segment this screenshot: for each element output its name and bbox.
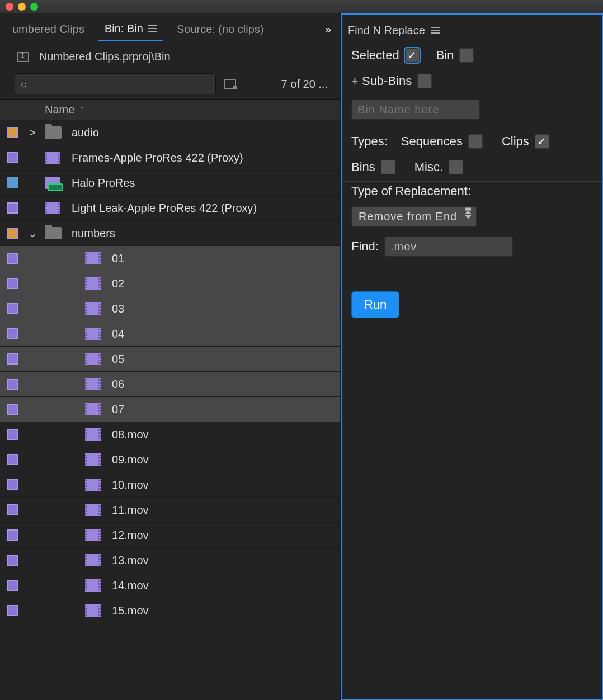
list-item[interactable]: ⌄numbers — [0, 221, 340, 246]
clips-checkbox[interactable] — [535, 134, 549, 149]
item-name: 04 — [112, 328, 124, 340]
item-name: audio — [72, 126, 99, 139]
video-clip-icon — [85, 328, 101, 340]
list-item[interactable]: Light Leak-Apple ProRes 422 (Proxy) — [0, 196, 340, 221]
tab-source-no-clips-[interactable]: Source: (no clips) — [170, 18, 271, 40]
replacement-title: Type of Replacement: — [351, 184, 593, 198]
label-chip — [7, 454, 18, 465]
list-item[interactable]: 09.mov — [0, 447, 340, 472]
tabs-overflow-icon[interactable]: » — [319, 23, 338, 36]
list-item[interactable]: 08.mov — [0, 422, 340, 447]
item-name: numbers — [72, 227, 115, 240]
item-name: 01 — [112, 252, 124, 265]
run-button[interactable]: Run — [351, 291, 399, 318]
list-item[interactable]: Halo ProRes — [0, 171, 340, 196]
clip-list[interactable]: >audioFrames-Apple ProRes 422 (Proxy)Hal… — [0, 120, 340, 700]
tab-umbered-clips[interactable]: umbered Clips — [6, 18, 91, 40]
bin-toolbar: ⌕ 7 of 20 ... — [0, 71, 340, 99]
maximize-window[interactable] — [30, 3, 38, 11]
selected-label: Selected — [351, 48, 399, 63]
disclosure-icon[interactable]: ⌄ — [27, 226, 38, 240]
find-label: Find: — [351, 239, 379, 254]
item-name: 15.mov — [112, 604, 149, 617]
item-name: 11.mov — [112, 504, 149, 517]
video-clip-icon — [45, 152, 60, 164]
sequence-icon — [45, 177, 60, 189]
video-clip-icon — [85, 479, 101, 491]
bin-panel: umbered ClipsBin: BinSource: (no clips)»… — [0, 13, 340, 700]
label-chip — [7, 202, 18, 214]
item-name: Frames-Apple ProRes 422 (Proxy) — [72, 152, 243, 164]
video-clip-icon — [85, 428, 101, 441]
bins-checkbox[interactable] — [381, 160, 395, 174]
disclosure-icon[interactable]: > — [27, 126, 38, 139]
list-item[interactable]: 12.mov — [0, 523, 340, 548]
label-chip — [7, 605, 18, 616]
list-item[interactable]: 04 — [0, 321, 340, 347]
new-bin-icon[interactable] — [224, 79, 236, 89]
misc-checkbox[interactable] — [449, 160, 463, 174]
search-icon: ⌕ — [21, 78, 27, 90]
list-item[interactable]: 11.mov — [0, 498, 340, 523]
subbins-label: + Sub-Bins — [351, 74, 412, 88]
item-name: 09.mov — [112, 453, 149, 466]
list-item[interactable]: 15.mov — [0, 598, 340, 623]
list-item[interactable]: 13.mov — [0, 548, 340, 573]
label-chip — [7, 479, 18, 490]
subbins-checkbox[interactable] — [417, 74, 432, 88]
list-item[interactable]: Frames-Apple ProRes 422 (Proxy) — [0, 145, 340, 171]
list-item[interactable]: 03 — [0, 296, 340, 321]
list-item[interactable]: 06 — [0, 372, 340, 397]
list-header[interactable]: Name ⌃ — [0, 99, 340, 120]
video-clip-icon — [85, 353, 101, 365]
tab-menu-icon[interactable] — [148, 25, 157, 32]
breadcrumb-path: Numbered Clips.prproj\Bin — [39, 50, 171, 63]
scope-section: Selected Bin + Sub-Bins Types: Sequences… — [342, 46, 602, 182]
sequences-checkbox[interactable] — [468, 134, 483, 149]
label-chip — [7, 127, 18, 138]
video-clip-icon — [85, 579, 101, 592]
label-chip — [7, 177, 18, 188]
item-count: 7 of 20 ... — [281, 78, 328, 91]
item-name: 10.mov — [112, 479, 149, 491]
item-name: 08.mov — [112, 428, 149, 441]
list-item[interactable]: >audio — [0, 120, 340, 145]
video-clip-icon — [85, 453, 101, 466]
video-clip-icon — [85, 554, 101, 566]
list-item[interactable]: 02 — [0, 271, 340, 296]
bin-checkbox[interactable] — [459, 48, 474, 63]
tab-bin-bin[interactable]: Bin: Bin — [98, 18, 163, 41]
panel-menu-icon[interactable] — [431, 27, 440, 34]
bin-name-input[interactable] — [351, 100, 480, 120]
list-item[interactable]: 14.mov — [0, 573, 340, 598]
item-name: 02 — [112, 277, 124, 290]
label-chip — [7, 253, 18, 264]
right-tabbar: Find N Replace — [342, 15, 602, 46]
list-item[interactable]: 01 — [0, 246, 340, 271]
left-tabbar: umbered ClipsBin: BinSource: (no clips)» — [0, 13, 340, 45]
video-clip-icon — [85, 277, 101, 290]
minimize-window[interactable] — [18, 3, 26, 11]
item-name: Halo ProRes — [72, 177, 135, 190]
search-input[interactable]: ⌕ — [15, 73, 216, 94]
replacement-dropdown[interactable]: Remove from End — [351, 206, 477, 227]
types-label: Types: — [351, 134, 388, 149]
find-section: Find: Run — [342, 234, 602, 325]
label-chip — [7, 353, 18, 365]
list-item[interactable]: 07 — [0, 397, 340, 422]
parent-bin-icon[interactable] — [17, 52, 29, 62]
label-chip — [7, 278, 18, 289]
label-chip — [7, 404, 18, 415]
sequences-label: Sequences — [401, 134, 463, 149]
item-name: 03 — [112, 302, 124, 315]
label-chip — [7, 429, 18, 440]
close-window[interactable] — [6, 3, 13, 11]
clips-label: Clips — [502, 134, 529, 149]
breadcrumb: Numbered Clips.prproj\Bin — [0, 45, 340, 71]
selected-checkbox[interactable] — [405, 48, 420, 63]
list-item[interactable]: 05 — [0, 347, 340, 372]
find-input[interactable] — [384, 237, 513, 257]
bins-label: Bins — [351, 160, 375, 174]
bin-label: Bin — [436, 48, 454, 63]
list-item[interactable]: 10.mov — [0, 472, 340, 498]
